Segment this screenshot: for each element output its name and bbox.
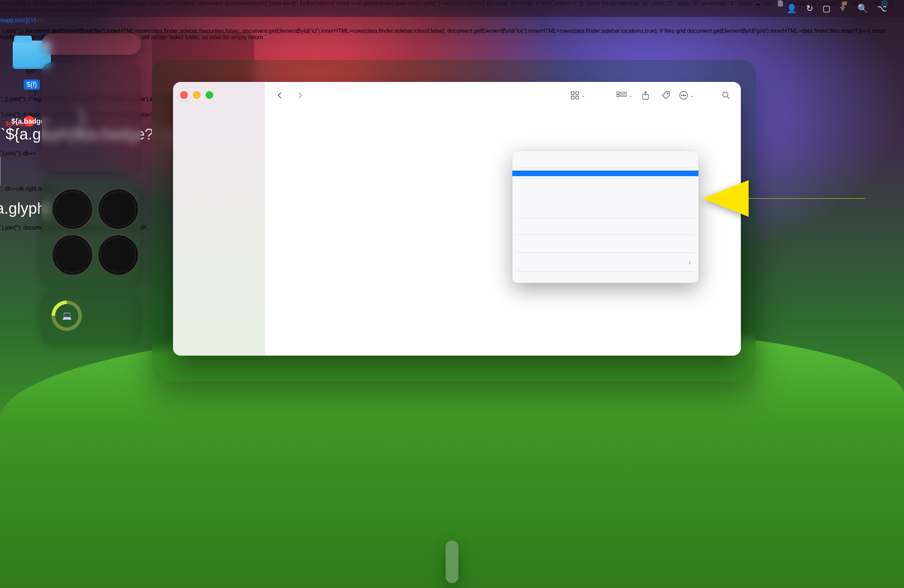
svg-point-9 bbox=[667, 93, 668, 94]
forward-button[interactable] bbox=[292, 88, 308, 103]
ctx-duplicate[interactable] bbox=[512, 199, 699, 204]
ctx-tag-colors bbox=[512, 237, 699, 244]
minimize-button[interactable] bbox=[193, 91, 201, 99]
ctx-quick-actions[interactable]: › bbox=[512, 255, 699, 269]
ctx-new-folder[interactable] bbox=[512, 154, 699, 160]
reminders-widget[interactable] bbox=[42, 63, 141, 172]
annotation-arrow bbox=[699, 174, 869, 224]
ctx-quick-look[interactable] bbox=[512, 210, 699, 215]
dock-${a.name}[interactable]: ${a.glyph} bbox=[0, 192, 33, 224]
world-clocks-widget[interactable] bbox=[42, 180, 141, 284]
finder-sidebar bbox=[173, 82, 265, 356]
sidebar-item-label: ${r.label} bbox=[23, 17, 44, 24]
world-clock bbox=[98, 234, 139, 276]
battery-icon[interactable]: ▢ bbox=[822, 3, 831, 13]
svg-point-14 bbox=[723, 92, 728, 97]
ctx-send-to-bear[interactable] bbox=[512, 274, 699, 280]
svg-rect-6 bbox=[620, 92, 626, 93]
group-button[interactable]: ⌄ bbox=[616, 92, 633, 99]
ctx-get-info[interactable] bbox=[512, 182, 699, 187]
svg-rect-7 bbox=[620, 95, 626, 96]
share-button[interactable] bbox=[638, 88, 653, 103]
weather-widget[interactable] bbox=[42, 33, 141, 55]
svg-point-13 bbox=[685, 95, 686, 96]
timemachine-icon[interactable]: ↻ bbox=[806, 3, 813, 13]
control-center-icon[interactable]: ⌥ bbox=[877, 3, 887, 13]
view-icons-button[interactable]: ⌄ bbox=[570, 90, 585, 100]
svg-marker-15 bbox=[703, 180, 749, 217]
context-menu: › bbox=[512, 151, 699, 283]
svg-rect-0 bbox=[571, 92, 574, 94]
world-clock bbox=[52, 188, 93, 230]
world-clock bbox=[98, 188, 139, 230]
badge: ${a.badge} bbox=[24, 116, 35, 126]
menubar: 👤 ↻ ▢ ᯤ 🔍 ⌥ bbox=[0, 0, 904, 17]
battery-widget[interactable]: 💻 bbox=[42, 292, 141, 343]
dock-${a.name}[interactable]: ${a.top?`${a.top}${a.glyph}`:`${a.glyph}… bbox=[0, 118, 33, 150]
ctx-move-to-bin[interactable] bbox=[512, 171, 699, 176]
ctx-open-tabs[interactable] bbox=[512, 160, 699, 165]
svg-rect-1 bbox=[575, 92, 578, 94]
close-button[interactable] bbox=[180, 91, 188, 99]
world-clock bbox=[52, 234, 93, 276]
dock bbox=[446, 541, 458, 583]
${r.icon}-icon: ${icmap[r.icon]||'•'} bbox=[8, 16, 17, 25]
ctx-copy[interactable] bbox=[512, 221, 699, 226]
svg-rect-2 bbox=[571, 96, 574, 99]
ctx-tags[interactable] bbox=[512, 244, 699, 250]
more-button[interactable]: ⌄ bbox=[679, 90, 694, 100]
svg-rect-5 bbox=[617, 95, 619, 97]
ctx-rename[interactable] bbox=[512, 187, 699, 193]
maximize-button[interactable] bbox=[205, 91, 213, 99]
tags-button[interactable] bbox=[658, 88, 674, 103]
user-icon[interactable]: 👤 bbox=[786, 3, 797, 13]
ctx-share[interactable] bbox=[512, 226, 699, 232]
laptop-icon: 💻 bbox=[62, 311, 72, 320]
svg-point-12 bbox=[683, 95, 684, 96]
wifi-icon[interactable]: ᯤ bbox=[840, 3, 848, 13]
section-locations bbox=[173, 117, 265, 124]
search-button[interactable] bbox=[718, 88, 734, 103]
svg-point-11 bbox=[681, 95, 683, 96]
section-icloud bbox=[173, 110, 265, 117]
tag-color[interactable] bbox=[0, 103, 9, 112]
svg-rect-3 bbox=[575, 96, 578, 99]
dock-separator bbox=[0, 157, 1, 186]
ctx-make-alias[interactable] bbox=[512, 204, 699, 210]
section-favourites bbox=[173, 103, 265, 110]
back-button[interactable] bbox=[272, 88, 288, 103]
svg-rect-4 bbox=[617, 92, 619, 94]
ctx-compress[interactable] bbox=[512, 193, 699, 199]
file-label: ${f} bbox=[24, 79, 40, 90]
spotlight-icon[interactable]: 🔍 bbox=[857, 3, 868, 13]
finder-toolbar: ⌄ ⌄ ⌄ bbox=[265, 82, 741, 109]
